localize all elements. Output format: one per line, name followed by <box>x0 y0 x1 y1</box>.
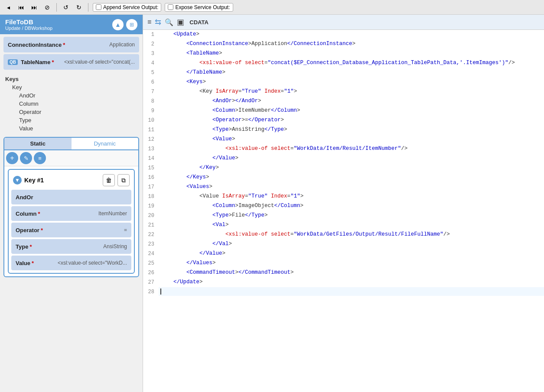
append-service-output-checkbox[interactable] <box>96 4 101 10</box>
tree-item-type[interactable]: Type <box>5 116 137 124</box>
right-panel: ≡ ⇆ 🔍 ▣ CDATA 1 <Update>2 <ConnectionIns… <box>143 15 544 392</box>
line-content: <AndOr></AndOr> <box>159 97 544 105</box>
line-number: 3 <box>143 49 159 58</box>
list-key-button[interactable]: ≡ <box>34 152 46 164</box>
line-content: <xsl:value-of select="WorkData/GetFiles/… <box>159 230 544 239</box>
line-number: 18 <box>143 192 159 201</box>
line-number: 17 <box>143 182 159 191</box>
tree-item-operator[interactable]: Operator <box>5 108 137 116</box>
toolbar-nav-back[interactable]: ◂ <box>3 3 13 12</box>
code-line: 26 <CommandTimeout></CommandTimeout> <box>143 268 544 278</box>
key-andor-field[interactable]: AndOr <box>11 190 131 204</box>
key-column-value: ItemNumber <box>98 211 127 217</box>
toolbar-nav-start[interactable]: ⏮ <box>16 3 26 12</box>
key-type-field[interactable]: Type * AnsiString <box>11 239 131 254</box>
key-copy-button[interactable]: ⧉ <box>117 174 130 186</box>
tree-item-column[interactable]: Column <box>5 100 137 108</box>
line-number: 4 <box>143 58 159 68</box>
table-name-value: <xsl:value-of select="concat(... <box>64 59 135 65</box>
line-content: <CommandTimeout></CommandTimeout> <box>159 268 544 277</box>
text-cursor <box>160 288 165 295</box>
line-content: <xsl:value-of select="concat($EP_Connect… <box>159 58 544 67</box>
cdata-label: CDATA <box>189 19 208 26</box>
toolbar-redo[interactable]: ↻ <box>74 3 84 12</box>
line-content: </TableName> <box>159 68 544 77</box>
line-content: </Value> <box>159 154 544 162</box>
panel-subtitle: Update / DBWorkshop <box>5 26 52 31</box>
tree-item-value[interactable]: Value <box>5 124 137 133</box>
code-line: 23 </Val> <box>143 240 544 249</box>
key-value-field[interactable]: Value * <xsl:value-of select="WorkD... <box>11 256 131 270</box>
line-content: </Key> <box>159 163 544 172</box>
line-content: <ConnectionInstance>Application</Connect… <box>159 39 544 48</box>
table-name-field[interactable]: QB TableName * <xsl:value-of select="con… <box>3 54 139 70</box>
line-content: </Value> <box>159 249 544 258</box>
key-fields: AndOr Column * ItemNumber Operator * = <box>11 190 131 270</box>
expose-service-output-group: Expose Service Output: <box>165 3 233 12</box>
append-service-output-label: Append Service Output: <box>103 4 158 10</box>
code-line: 1 <Update> <box>143 30 544 39</box>
tab-static[interactable]: Static <box>4 138 72 149</box>
line-content: <Keys> <box>159 78 544 86</box>
tree-item-key[interactable]: Key <box>5 83 137 91</box>
code-line: 9 <Column>ItemNumber</Column> <box>143 106 544 116</box>
edit-key-button[interactable]: ✎ <box>20 152 32 164</box>
line-number: 1 <box>143 30 159 39</box>
toolbar-undo[interactable]: ↺ <box>61 3 71 12</box>
line-number: 2 <box>143 39 159 49</box>
panel-header-info: FileToDB Update / DBWorkshop <box>5 18 52 31</box>
toolbar-stop[interactable]: ⊘ <box>42 3 52 12</box>
editor-view-icon[interactable]: ▣ <box>177 17 184 27</box>
line-content: <Value> <box>159 135 544 143</box>
code-line: 27 </Update> <box>143 278 544 287</box>
line-content: <Update> <box>159 30 544 39</box>
panel-service-button[interactable]: ⊞ <box>126 19 137 30</box>
tree-item-keys[interactable]: Keys <box>5 75 137 83</box>
tree-section: Keys Key AndOr Column Operator Type Valu… <box>0 72 143 135</box>
code-line: 11 <Type>AnsiString</Type> <box>143 125 544 135</box>
toolbar-nav-end[interactable]: ⏭ <box>29 3 39 12</box>
line-number: 21 <box>143 220 159 230</box>
line-number: 16 <box>143 173 159 182</box>
key-operator-field[interactable]: Operator * = <box>11 223 131 237</box>
line-number: 20 <box>143 211 159 220</box>
main-content: FileToDB Update / DBWorkshop ▲ ⊞ Connect… <box>0 15 544 392</box>
code-line: 17 <Values> <box>143 182 544 192</box>
tab-dynamic[interactable]: Dynamic <box>72 138 139 149</box>
line-number: 10 <box>143 116 159 125</box>
panel-title: FileToDB <box>5 18 52 26</box>
expose-service-output-checkbox[interactable] <box>168 4 173 10</box>
code-line: 25 </Values> <box>143 259 544 268</box>
code-editor[interactable]: 1 <Update>2 <ConnectionInstance>Applicat… <box>143 30 544 392</box>
line-content <box>159 287 544 296</box>
line-number: 13 <box>143 144 159 153</box>
editor-menu-icon[interactable]: ≡ <box>147 18 151 26</box>
add-key-button[interactable]: + <box>6 152 18 164</box>
editor-swap-icon[interactable]: ⇆ <box>155 17 161 27</box>
connection-instance-field[interactable]: ConnectionInstance * Application <box>3 37 139 52</box>
append-service-output-group: Append Service Output: <box>93 3 161 12</box>
code-line: 15 </Key> <box>143 163 544 173</box>
line-number: 26 <box>143 268 159 277</box>
line-content: <xsl:value-of select="WorkData/Item/Resu… <box>159 144 544 153</box>
line-content: <Values> <box>159 182 544 191</box>
panel-collapse-button[interactable]: ▲ <box>112 19 124 30</box>
tree-item-andor[interactable]: AndOr <box>5 91 137 100</box>
code-line: 13 <xsl:value-of select="WorkData/Item/R… <box>143 144 544 154</box>
static-dynamic-section: Static Dynamic + ✎ ≡ ▼ Key #1 🗑 ⧉ <box>3 137 139 277</box>
code-line: 10 <Operator>=</Operator> <box>143 116 544 125</box>
key-delete-button[interactable]: 🗑 <box>103 174 115 186</box>
line-number: 14 <box>143 154 159 163</box>
code-line: 2 <ConnectionInstance>Application</Conne… <box>143 39 544 49</box>
code-line: 19 <Column>ImageObject</Column> <box>143 201 544 211</box>
code-line: 12 <Value> <box>143 135 544 144</box>
key-column-field[interactable]: Column * ItemNumber <box>11 206 131 221</box>
tab-actions: + ✎ ≡ <box>4 150 138 166</box>
editor-search-icon[interactable]: 🔍 <box>165 18 173 26</box>
key-type-value: AnsiString <box>103 243 127 249</box>
line-number: 22 <box>143 230 159 239</box>
key-card-header: ▼ Key #1 🗑 ⧉ <box>11 172 131 190</box>
line-number: 25 <box>143 259 159 268</box>
key-collapse-button[interactable]: ▼ <box>13 176 22 185</box>
top-toolbar: ◂ ⏮ ⏭ ⊘ ↺ ↻ Append Service Output: Expos… <box>0 0 544 15</box>
